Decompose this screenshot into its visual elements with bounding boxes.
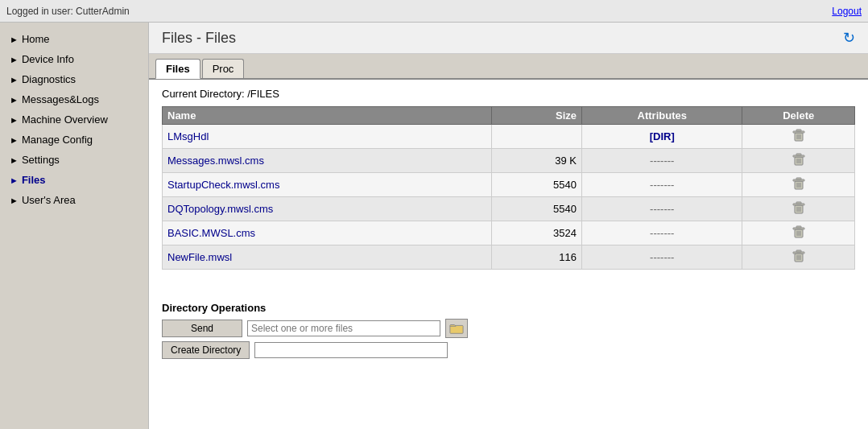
file-attributes: ------- <box>582 245 742 270</box>
trash-icon <box>791 224 807 240</box>
sidebar-label-machine-overview: Machine Overview <box>22 113 108 126</box>
delete-button[interactable] <box>791 175 807 194</box>
table-row: DQTopology.mwsl.cms5540------- <box>163 197 855 221</box>
logout-link[interactable]: Logout <box>832 6 862 17</box>
svg-rect-8 <box>796 154 801 155</box>
delete-cell <box>742 245 855 270</box>
delete-cell <box>742 173 855 197</box>
trash-icon <box>791 175 807 192</box>
page-header: Files - Files ↻ <box>149 23 868 54</box>
trash-icon <box>791 200 807 216</box>
sidebar-item-home[interactable]: ► Home <box>0 29 148 49</box>
file-attributes: ------- <box>582 149 742 173</box>
file-size: 3524 <box>491 221 581 245</box>
svg-rect-36 <box>450 325 463 333</box>
svg-rect-14 <box>796 178 801 179</box>
sidebar-label-manage-config: Manage Config <box>22 134 93 146</box>
svg-rect-20 <box>796 202 801 204</box>
trash-icon <box>791 127 807 143</box>
create-dir-row: Create Directory <box>162 341 855 359</box>
delete-cell <box>742 149 855 173</box>
file-name-link[interactable]: BASIC.MWSL.cms <box>167 227 255 239</box>
sidebar-item-diagnostics[interactable]: ► Diagnostics <box>0 69 148 89</box>
file-size: 5540 <box>491 173 581 197</box>
sidebar-label-messages-logs: Messages&Logs <box>22 93 99 105</box>
file-name-link[interactable]: DQTopology.mwsl.cms <box>167 203 273 215</box>
svg-rect-32 <box>796 250 801 252</box>
send-row: Send <box>162 319 855 338</box>
sidebar-item-manage-config[interactable]: ► Manage Config <box>0 130 148 150</box>
sidebar-item-files[interactable]: ► Files <box>0 170 148 190</box>
table-row: BASIC.MWSL.cms3524------- <box>163 221 855 245</box>
arrow-icon: ► <box>10 135 19 145</box>
file-name-link[interactable]: NewFile.mwsl <box>167 251 232 263</box>
file-size <box>491 125 581 149</box>
sidebar-item-machine-overview[interactable]: ► Machine Overview <box>0 109 148 130</box>
col-header-attributes: Attributes <box>582 107 742 125</box>
main-content: Files - Files ↻ Files Proc Current Direc… <box>149 23 868 429</box>
svg-rect-2 <box>796 130 801 131</box>
delete-button[interactable] <box>791 224 807 242</box>
arrow-icon: ► <box>10 95 19 105</box>
browse-button[interactable] <box>445 319 468 338</box>
file-size: 39 K <box>491 149 581 173</box>
sidebar-item-messages-logs[interactable]: ► Messages&Logs <box>0 89 148 109</box>
table-row: StartupCheck.mwsl.cms5540------- <box>163 173 855 197</box>
file-name-link[interactable]: StartupCheck.mwsl.cms <box>167 179 279 191</box>
page-title: Files - Files <box>162 30 236 47</box>
delete-button[interactable] <box>791 200 807 218</box>
trash-icon <box>791 151 807 167</box>
file-attributes: ------- <box>582 173 742 197</box>
top-bar: Logged in user: CutterAdmin Logout <box>0 0 868 23</box>
svg-rect-26 <box>796 226 801 228</box>
delete-button[interactable] <box>791 248 807 266</box>
sidebar-label-settings: Settings <box>22 154 60 166</box>
file-area: Current Directory: /FILES Name Size Attr… <box>149 80 868 278</box>
delete-cell <box>742 197 855 221</box>
refresh-icon[interactable]: ↻ <box>843 29 855 47</box>
tab-proc[interactable]: Proc <box>202 59 245 78</box>
delete-button[interactable] <box>791 151 807 170</box>
send-file-input[interactable] <box>247 320 440 336</box>
sidebar-item-users-area[interactable]: ► User's Area <box>0 190 148 210</box>
arrow-icon: ► <box>10 196 19 205</box>
delete-button[interactable] <box>791 127 807 146</box>
file-attributes: [DIR] <box>582 125 742 149</box>
sidebar-label-device-info: Device Info <box>22 53 74 65</box>
file-name-link[interactable]: Messages.mwsl.cms <box>167 155 264 167</box>
file-attributes: ------- <box>582 197 742 221</box>
table-row: Messages.mwsl.cms39 K------- <box>163 149 855 173</box>
sidebar-item-device-info[interactable]: ► Device Info <box>0 49 148 69</box>
tab-files[interactable]: Files <box>155 59 200 79</box>
delete-cell <box>742 221 855 245</box>
trash-icon <box>791 248 807 264</box>
dir-ops-grid: Send Create Directory <box>162 319 855 359</box>
folder-icon <box>449 321 464 336</box>
arrow-icon: ► <box>10 155 19 165</box>
sidebar-label-users-area: User's Area <box>22 194 76 206</box>
sidebar: ► Home ► Device Info ► Diagnostics ► Mes… <box>0 23 149 429</box>
dir-operations: Directory Operations Send Creat <box>149 294 868 367</box>
file-attributes: ------- <box>582 221 742 245</box>
create-dir-button[interactable]: Create Directory <box>162 341 250 359</box>
table-row: LMsgHdl[DIR] <box>163 125 855 149</box>
arrow-icon-active: ► <box>10 175 19 185</box>
current-dir-path: /FILES <box>247 88 279 100</box>
current-dir-label: Current Directory: <box>162 88 245 100</box>
sidebar-item-settings[interactable]: ► Settings <box>0 150 148 170</box>
col-header-size: Size <box>491 107 581 125</box>
file-size: 116 <box>491 245 581 270</box>
delete-cell <box>742 125 855 149</box>
create-dir-input[interactable] <box>254 342 448 358</box>
tab-bar: Files Proc <box>149 54 868 80</box>
file-name-link[interactable]: LMsgHdl <box>167 130 209 142</box>
table-row: NewFile.mwsl116------- <box>163 245 855 270</box>
arrow-icon: ► <box>10 35 19 44</box>
sidebar-label-diagnostics: Diagnostics <box>22 73 76 85</box>
col-header-name: Name <box>163 107 492 125</box>
file-table: Name Size Attributes Delete LMsgHdl[DIR]… <box>162 106 855 270</box>
col-header-delete: Delete <box>742 107 855 125</box>
send-button[interactable]: Send <box>162 320 242 337</box>
dir-ops-title: Directory Operations <box>162 302 855 314</box>
current-dir: Current Directory: /FILES <box>162 88 855 100</box>
